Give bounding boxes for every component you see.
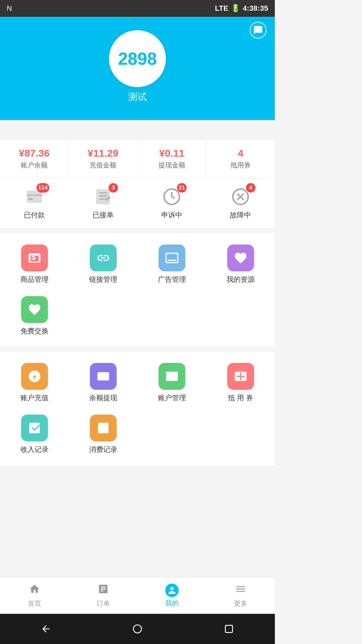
status-bar-left: N — [7, 4, 12, 13]
svg-point-11 — [133, 625, 141, 633]
order-status-row: 114 已付款 3 已接单 21 申诉中 4 故障中 — [0, 177, 275, 228]
nav-more-label: 更多 — [234, 599, 247, 608]
system-nav — [0, 614, 275, 644]
account-section: 账户充值 余额提现 账户管理 抵 用 券 收入记录 消费记录 — [0, 352, 275, 465]
svg-rect-2 — [96, 189, 110, 205]
mgmt-ad[interactable]: 广告管理 — [137, 238, 206, 290]
stat-balance[interactable]: ¥87.36 账户余额 — [0, 140, 69, 177]
mgmt-goods-label: 商品管理 — [3, 275, 65, 284]
recents-button[interactable] — [221, 621, 237, 637]
management-section: 商品管理 链接管理 广告管理 我的资源 免费交换 — [0, 233, 275, 347]
acc-withdraw[interactable]: 余额提现 — [69, 357, 137, 409]
chat-button[interactable] — [250, 22, 266, 39]
nav-orders[interactable]: 订单 — [69, 577, 137, 614]
acc-withdraw-icon — [90, 363, 117, 390]
mgmt-link-icon — [90, 245, 117, 271]
carrier-icon: N — [7, 4, 12, 13]
mgmt-ad-label: 广告管理 — [141, 275, 203, 284]
svg-rect-1 — [28, 198, 33, 200]
order-fault-icon-wrap: 4 — [230, 186, 251, 208]
header-section: 2898 测试 — [0, 17, 275, 120]
order-accepted-icon-wrap: 3 — [92, 186, 114, 208]
coupon-value: 4 — [210, 148, 272, 159]
orders-icon — [98, 583, 109, 597]
nav-mine[interactable]: 我的 — [137, 577, 206, 614]
order-fault-label: 故障中 — [209, 210, 272, 220]
order-appeal-badge: 21 — [177, 183, 187, 193]
nav-more[interactable]: 更多 — [206, 577, 275, 614]
acc-manage-label: 账户管理 — [141, 393, 203, 402]
acc-manage[interactable]: 账户管理 — [137, 357, 206, 409]
username-label: 测试 — [0, 91, 275, 103]
mgmt-link-label: 链接管理 — [72, 275, 134, 284]
balance-value: ¥87.36 — [3, 148, 65, 159]
acc-withdraw-label: 余额提现 — [72, 393, 134, 402]
order-accepted-badge: 3 — [109, 183, 118, 193]
mgmt-goods-icon — [21, 245, 48, 271]
nav-home[interactable]: 首页 — [0, 577, 69, 614]
order-paid[interactable]: 114 已付款 — [0, 182, 69, 223]
mgmt-ad-icon — [159, 245, 185, 271]
mgmt-resource-icon — [227, 245, 254, 271]
network-indicator: LTE — [215, 4, 228, 13]
acc-income-icon — [21, 415, 48, 441]
avatar-text: 2898 — [118, 49, 157, 69]
status-bar-right: LTE 🔋 4:38:35 — [215, 4, 268, 13]
stats-row: ¥87.36 账户余额 ¥11.29 充值金额 ¥0.11 提现金额 4 抵用券 — [0, 140, 275, 177]
order-paid-label: 已付款 — [3, 210, 65, 220]
stat-coupon[interactable]: 4 抵用券 — [206, 140, 275, 177]
withdraw-label: 提现金额 — [141, 161, 203, 170]
nav-orders-label: 订单 — [97, 599, 110, 608]
acc-coupon-label: 抵 用 券 — [209, 393, 272, 402]
acc-coupon[interactable]: 抵 用 券 — [206, 357, 275, 409]
status-bar: N LTE 🔋 4:38:35 — [0, 0, 275, 17]
battery-icon: 🔋 — [231, 4, 240, 13]
mgmt-goods[interactable]: 商品管理 — [0, 238, 69, 290]
svg-rect-0 — [27, 191, 42, 203]
acc-expense-label: 消费记录 — [72, 445, 134, 454]
mgmt-resource-label: 我的资源 — [209, 275, 272, 284]
stat-recharge[interactable]: ¥11.29 充值金额 — [69, 140, 137, 177]
order-fault-badge: 4 — [246, 183, 255, 193]
avatar: 2898 — [109, 30, 166, 87]
acc-expense[interactable]: 消费记录 — [69, 409, 137, 460]
coupon-label: 抵用券 — [210, 161, 272, 170]
balance-label: 账户余额 — [3, 161, 65, 170]
back-button[interactable] — [38, 621, 54, 637]
order-paid-badge: 114 — [37, 183, 49, 193]
more-icon — [235, 583, 246, 597]
acc-coupon-icon — [227, 363, 254, 390]
acc-income-label: 收入记录 — [3, 445, 65, 454]
home-button[interactable] — [129, 621, 146, 637]
mgmt-free-exchange[interactable]: 免费交换 — [0, 290, 69, 342]
recharge-value: ¥11.29 — [72, 148, 134, 159]
nav-home-label: 首页 — [28, 599, 41, 608]
recharge-label: 充值金额 — [72, 161, 134, 170]
acc-manage-icon — [159, 363, 185, 390]
acc-income[interactable]: 收入记录 — [0, 409, 69, 460]
order-accepted[interactable]: 3 已接单 — [69, 182, 137, 223]
mgmt-free-exchange-icon — [21, 296, 48, 323]
acc-recharge-icon — [21, 363, 48, 390]
stat-withdraw[interactable]: ¥0.11 提现金额 — [138, 140, 206, 177]
order-appeal-label: 申诉中 — [141, 210, 203, 220]
svg-rect-8 — [99, 376, 102, 379]
order-appeal[interactable]: 21 申诉中 — [137, 182, 206, 223]
order-paid-icon-wrap: 114 — [23, 186, 45, 208]
order-fault[interactable]: 4 故障中 — [206, 182, 275, 223]
time-display: 4:38:35 — [243, 4, 268, 13]
nav-mine-avatar — [165, 584, 179, 597]
mgmt-resource[interactable]: 我的资源 — [206, 238, 275, 290]
svg-rect-12 — [226, 625, 233, 632]
home-icon — [29, 583, 40, 597]
acc-recharge[interactable]: 账户充值 — [0, 357, 69, 409]
withdraw-value: ¥0.11 — [141, 148, 203, 159]
mgmt-link[interactable]: 链接管理 — [69, 238, 137, 290]
acc-recharge-label: 账户充值 — [3, 393, 65, 402]
nav-mine-label: 我的 — [165, 599, 179, 608]
acc-expense-icon — [90, 415, 117, 441]
mgmt-free-exchange-label: 免费交换 — [3, 326, 65, 336]
wave-divider — [0, 120, 275, 140]
order-accepted-label: 已接单 — [72, 210, 134, 220]
bottom-nav: 首页 订单 我的 更多 — [0, 577, 275, 614]
